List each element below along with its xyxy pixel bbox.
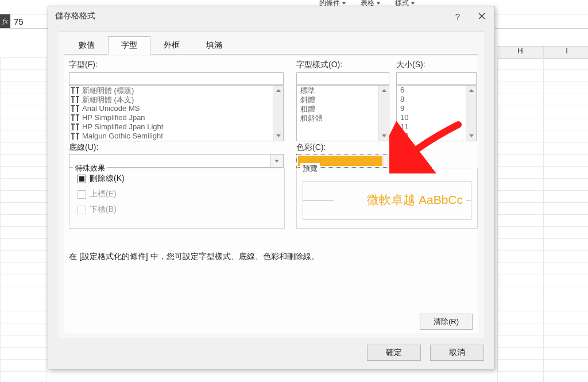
tab-number[interactable]: 數值 xyxy=(65,36,108,55)
list-item[interactable]: 粗斜體 xyxy=(297,113,389,122)
font-listbox[interactable]: 新細明體 (標題) 新細明體 (本文) Arial Unicode MS HP … xyxy=(69,85,284,141)
font-style-input[interactable] xyxy=(296,72,389,85)
name-box[interactable]: 75 xyxy=(10,14,52,28)
checkbox-icon xyxy=(78,190,86,199)
scrollbar[interactable] xyxy=(466,86,476,141)
list-item[interactable]: 12 xyxy=(397,132,476,141)
scrollbar[interactable] xyxy=(273,86,283,141)
dialog-button-bar: 確定 取消 xyxy=(367,345,484,361)
checkbox-icon xyxy=(78,175,86,183)
checkbox-label: 刪除線(K) xyxy=(90,173,125,184)
chevron-down-icon[interactable] xyxy=(384,155,397,167)
preview-group: 預覽 微軟卓越 AaBbCc xyxy=(296,168,478,229)
font-style-listbox[interactable]: 標準 斜體 粗體 粗斜體 xyxy=(296,85,389,141)
checkbox-subscript: 下標(B) xyxy=(78,204,284,215)
dialog-titlebar[interactable]: 儲存格格式 ? xyxy=(48,6,494,26)
dialog-body: 數值 字型 外框 填滿 字型(F): 新細明體 (標題) 新細明體 (本文) A… xyxy=(59,32,484,338)
checkbox-strikethrough[interactable]: 刪除線(K) xyxy=(78,173,284,184)
list-item[interactable]: Malgun Gothic Semilight xyxy=(69,132,283,141)
font-input[interactable] xyxy=(69,72,284,85)
dialog-title: 儲存格格式 xyxy=(55,11,95,21)
font-size-listbox[interactable]: 6 8 9 10 11 12 xyxy=(396,85,477,141)
scroll-down-icon[interactable] xyxy=(273,131,283,141)
list-item[interactable]: HP Simplified Jpan Light xyxy=(69,122,283,132)
close-icon xyxy=(478,13,485,20)
font-label: 字型(F): xyxy=(69,60,284,70)
close-button[interactable] xyxy=(470,6,493,26)
checkbox-label: 下標(B) xyxy=(90,204,117,215)
scroll-up-icon[interactable] xyxy=(379,86,389,95)
font-size-label: 大小(S): xyxy=(396,60,477,70)
list-item[interactable]: 斜體 xyxy=(297,95,389,104)
scroll-up-icon[interactable] xyxy=(273,86,283,95)
col-header-H[interactable]: H xyxy=(497,47,544,58)
spreadsheet-grid[interactable] xyxy=(497,57,588,382)
preview-box: 微軟卓越 AaBbCc xyxy=(303,181,471,220)
scroll-down-icon[interactable] xyxy=(466,131,476,141)
checkbox-superscript: 上標(E) xyxy=(78,189,284,199)
cancel-button[interactable]: 取消 xyxy=(430,345,484,361)
list-item[interactable]: 11 xyxy=(397,122,476,132)
tab-border[interactable]: 外框 xyxy=(150,36,193,55)
list-item[interactable]: 標準 xyxy=(297,86,389,95)
list-item[interactable]: 6 xyxy=(397,86,476,95)
underline-label: 底線(U): xyxy=(69,142,284,153)
col-header-I[interactable]: I xyxy=(544,47,588,58)
effects-legend: 特殊效果 xyxy=(73,163,107,173)
tab-fill[interactable]: 填滿 xyxy=(193,36,235,55)
list-item[interactable]: 粗體 xyxy=(297,104,389,113)
font-size-input[interactable] xyxy=(396,72,477,85)
preview-sample-text: 微軟卓越 AaBbCc xyxy=(367,192,463,208)
hint-text: 在 [設定格式化的條件] 中，您可設定字型樣式、底線、色彩和刪除線。 xyxy=(69,252,319,262)
font-style-label: 字型樣式(O): xyxy=(296,60,389,70)
font-tab-panel: 字型(F): 新細明體 (標題) 新細明體 (本文) Arial Unicode… xyxy=(64,56,478,333)
list-item[interactable]: HP Simplified Jpan xyxy=(69,113,283,122)
format-cells-dialog: 儲存格格式 ? 數值 字型 外框 填滿 字型(F): 新細明體 (標題) 新細明… xyxy=(48,6,495,369)
checkbox-icon xyxy=(78,206,86,214)
chevron-down-icon[interactable] xyxy=(270,155,283,167)
preview-legend: 預覽 xyxy=(300,163,320,173)
list-item[interactable]: 9 xyxy=(397,104,476,113)
checkbox-label: 上標(E) xyxy=(90,189,117,199)
fx-icon: fx xyxy=(0,14,10,28)
scrollbar[interactable] xyxy=(378,86,389,141)
help-button[interactable]: ? xyxy=(446,6,469,26)
effects-group: 特殊效果 刪除線(K) 上標(E) 下標(B) xyxy=(69,168,285,229)
clear-button[interactable]: 清除(R) xyxy=(420,314,473,330)
scroll-down-icon[interactable] xyxy=(379,131,389,141)
color-label: 色彩(C): xyxy=(296,142,397,153)
ok-button[interactable]: 確定 xyxy=(367,345,421,361)
list-item[interactable]: Arial Unicode MS xyxy=(69,104,283,113)
list-item[interactable]: 8 xyxy=(397,95,476,104)
scroll-up-icon[interactable] xyxy=(466,86,476,95)
dialog-tabs: 數值 字型 外框 填滿 xyxy=(65,36,484,54)
list-item[interactable]: 10 xyxy=(397,113,476,122)
tab-font[interactable]: 字型 xyxy=(108,36,150,55)
spreadsheet-grid-left[interactable] xyxy=(0,57,48,382)
list-item[interactable]: 新細明體 (本文) xyxy=(69,95,283,104)
list-item[interactable]: 新細明體 (標題) xyxy=(69,86,283,95)
